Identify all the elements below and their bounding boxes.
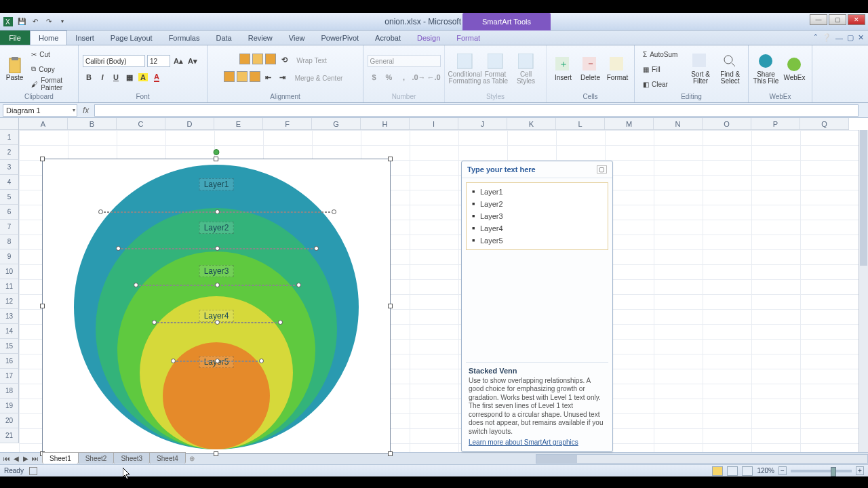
- close-button[interactable]: ✕: [848, 14, 865, 25]
- column-header[interactable]: C: [117, 118, 165, 130]
- sort-filter-button[interactable]: Sort & Filter: [687, 47, 715, 92]
- zoom-in-button[interactable]: +: [856, 466, 864, 475]
- file-tab[interactable]: File: [0, 30, 30, 45]
- row-headers[interactable]: 123456789101112131415161718192021: [0, 130, 19, 443]
- decrease-indent-button[interactable]: ⇤: [262, 71, 275, 83]
- column-header[interactable]: D: [165, 118, 214, 130]
- text-pane-item-2[interactable]: Layer2: [467, 198, 608, 210]
- save-icon[interactable]: 💾: [16, 16, 27, 27]
- tab-powerpivot[interactable]: PowerPivot: [313, 30, 367, 45]
- maximize-button[interactable]: ▢: [829, 14, 846, 25]
- zoom-slider[interactable]: [791, 470, 852, 472]
- redo-icon[interactable]: ↷: [43, 16, 54, 27]
- column-header[interactable]: F: [263, 118, 312, 130]
- merge-center-button[interactable]: Merge & Center: [291, 71, 347, 85]
- formula-bar-input[interactable]: [94, 104, 859, 117]
- format-cells-button[interactable]: Format: [605, 47, 630, 92]
- tab-insert[interactable]: Insert: [67, 30, 102, 45]
- prev-sheet-icon[interactable]: ◀: [12, 455, 20, 462]
- zoom-out-button[interactable]: −: [778, 466, 787, 475]
- shape-handle[interactable]: [134, 283, 138, 287]
- row-header[interactable]: 6: [0, 205, 19, 220]
- row-header[interactable]: 1: [0, 130, 19, 145]
- clear-button[interactable]: ◧Clear: [639, 77, 685, 91]
- orientation-button[interactable]: ⟲: [278, 54, 290, 66]
- cut-button[interactable]: ✂Cut: [27, 47, 74, 61]
- align-center-button[interactable]: [237, 71, 248, 82]
- workbook-restore-icon[interactable]: ▢: [847, 33, 854, 42]
- row-header[interactable]: 15: [0, 339, 19, 354]
- row-header[interactable]: 7: [0, 220, 19, 235]
- percent-button[interactable]: %: [383, 71, 395, 83]
- column-header[interactable]: Q: [800, 118, 849, 130]
- fill-color-button[interactable]: A: [137, 71, 149, 83]
- horizontal-scrollbar[interactable]: [536, 454, 868, 464]
- last-sheet-icon[interactable]: ⏭: [31, 455, 39, 462]
- border-button[interactable]: ▦: [123, 71, 136, 83]
- row-header[interactable]: 9: [0, 249, 19, 264]
- font-color-button[interactable]: A: [151, 71, 163, 83]
- row-header[interactable]: 5: [0, 190, 19, 205]
- row-header[interactable]: 17: [0, 369, 19, 384]
- row-header[interactable]: 2: [0, 145, 19, 160]
- resize-handle-s[interactable]: [214, 451, 218, 456]
- webex-button[interactable]: WebEx: [781, 47, 808, 92]
- sheet-nav-arrows[interactable]: ⏮ ◀ ▶ ⏭: [0, 455, 42, 462]
- smartart-diagram[interactable]: Layer1Layer2Layer3Layer4Layer5: [42, 159, 391, 454]
- qa-more-icon[interactable]: ▾: [57, 16, 68, 27]
- shape-handle[interactable]: [215, 283, 220, 287]
- cell-styles-button[interactable]: Cell Styles: [512, 47, 540, 92]
- row-header[interactable]: 13: [0, 309, 19, 324]
- paste-button[interactable]: Paste: [4, 47, 25, 92]
- text-pane-item-1[interactable]: Layer1: [467, 186, 608, 198]
- venn-label-3[interactable]: Layer3: [199, 265, 234, 277]
- row-header[interactable]: 18: [0, 384, 19, 399]
- tab-view[interactable]: View: [281, 30, 313, 45]
- resize-handle-e[interactable]: [388, 304, 393, 308]
- delete-cells-button[interactable]: －Delete: [578, 47, 603, 92]
- align-right-button[interactable]: [250, 71, 260, 82]
- workbook-minimize-icon[interactable]: —: [835, 34, 843, 42]
- currency-button[interactable]: $: [368, 71, 380, 83]
- align-left-button[interactable]: [224, 71, 235, 82]
- increase-indent-button[interactable]: ⇥: [277, 71, 289, 83]
- help-icon[interactable]: ❔: [822, 33, 831, 42]
- row-header[interactable]: 11: [0, 279, 19, 294]
- new-sheet-button[interactable]: ⊕: [189, 455, 195, 462]
- shrink-font-button[interactable]: A▾: [186, 55, 199, 67]
- share-file-button[interactable]: Share This File: [753, 47, 779, 92]
- bold-button[interactable]: B: [83, 71, 95, 83]
- align-bottom-button[interactable]: [265, 54, 276, 64]
- rotation-handle[interactable]: [214, 149, 220, 155]
- shape-handle[interactable]: [314, 246, 319, 251]
- column-header[interactable]: E: [214, 118, 263, 130]
- sheet-tab-sheet2[interactable]: Sheet2: [78, 452, 115, 464]
- macro-record-icon[interactable]: [29, 467, 37, 475]
- column-header[interactable]: N: [654, 118, 703, 130]
- text-pane-item-3[interactable]: Layer3: [467, 210, 608, 222]
- fill-button[interactable]: ▦Fill: [639, 62, 685, 76]
- comma-button[interactable]: ,: [398, 71, 410, 83]
- conditional-formatting-button[interactable]: Conditional Formatting: [451, 47, 479, 92]
- tab-acrobat[interactable]: Acrobat: [367, 30, 409, 45]
- decrease-decimal-button[interactable]: ←.0: [428, 71, 440, 83]
- row-header[interactable]: 3: [0, 160, 19, 175]
- smartart-text-pane[interactable]: Type your text here ▢ Layer1Layer2Layer3…: [461, 161, 613, 452]
- format-as-table-button[interactable]: Format as Table: [481, 47, 510, 92]
- copy-button[interactable]: ⧉Copy: [27, 62, 74, 76]
- column-header[interactable]: J: [458, 118, 507, 130]
- select-all-corner[interactable]: [0, 118, 19, 130]
- resize-handle-se[interactable]: [388, 451, 393, 456]
- column-header[interactable]: M: [605, 118, 654, 130]
- column-header[interactable]: L: [556, 118, 605, 130]
- resize-handle-nw[interactable]: [40, 157, 45, 161]
- italic-button[interactable]: I: [96, 71, 108, 83]
- excel-icon[interactable]: X: [3, 16, 14, 27]
- sheet-tab-sheet4[interactable]: Sheet4: [149, 452, 186, 464]
- venn-label-2[interactable]: Layer2: [199, 222, 234, 234]
- font-size-dropdown[interactable]: 12: [147, 55, 170, 67]
- align-top-button[interactable]: [239, 54, 250, 64]
- font-name-dropdown[interactable]: Calibri (Body): [83, 55, 145, 67]
- minimize-ribbon-icon[interactable]: ˄: [814, 33, 818, 42]
- tab-review[interactable]: Review: [240, 30, 281, 45]
